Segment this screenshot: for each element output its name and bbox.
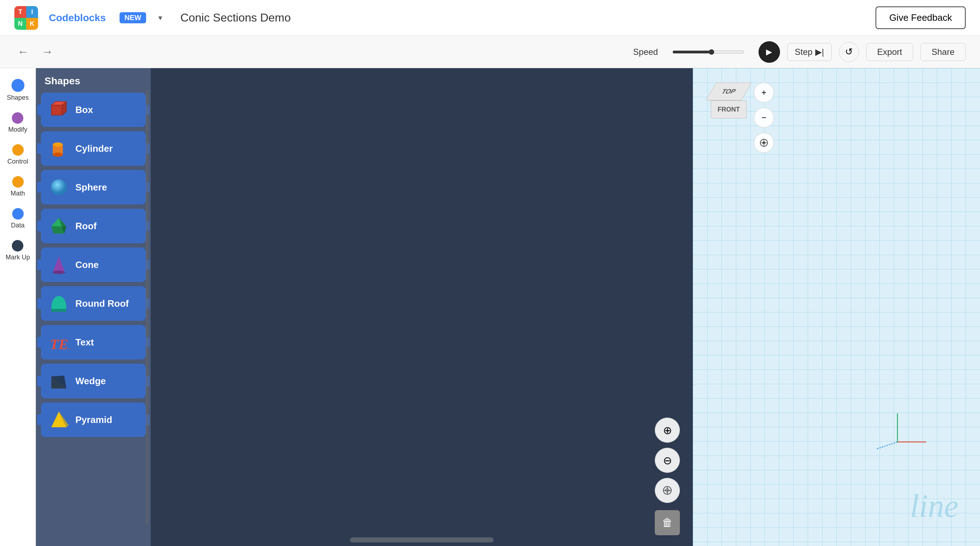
sphere-icon xyxy=(48,176,70,198)
sidebar-item-data[interactable]: Data xyxy=(8,205,27,233)
wedge-icon xyxy=(48,370,70,392)
text-icon: TEXT xyxy=(48,332,70,353)
cylinder-icon xyxy=(48,138,70,159)
box-label: Box xyxy=(75,105,93,116)
roof-icon xyxy=(48,215,70,237)
sphere-label: Sphere xyxy=(75,182,107,193)
view-orient-button[interactable] xyxy=(754,133,774,153)
svg-marker-10 xyxy=(53,257,65,272)
step-label: Step xyxy=(795,47,812,57)
zoom-fit-icon xyxy=(662,486,672,495)
control-label: Control xyxy=(7,158,28,165)
svg-point-4 xyxy=(53,143,63,147)
shapes-dot xyxy=(11,79,24,92)
data-label: Data xyxy=(11,222,24,229)
speed-slider[interactable] xyxy=(672,49,744,55)
svg-rect-12 xyxy=(51,309,67,312)
control-dot xyxy=(12,144,24,156)
text-label: Text xyxy=(75,337,94,348)
new-badge: NEW xyxy=(119,12,146,23)
view-cube[interactable]: TOP FRONT xyxy=(707,83,750,125)
trash-button[interactable]: 🗑 xyxy=(655,510,680,535)
roof-label: Roof xyxy=(75,221,97,232)
cube-front-face[interactable]: FRONT xyxy=(711,100,747,118)
svg-rect-0 xyxy=(51,105,62,115)
sidebar-item-shapes[interactable]: Shapes xyxy=(4,75,32,105)
orient-icon xyxy=(759,138,768,148)
modify-label: Modify xyxy=(8,126,27,133)
step-button[interactable]: Step ▶| xyxy=(787,43,832,61)
shape-block-text[interactable]: TEXT Text xyxy=(41,325,146,359)
sidebar-item-markup[interactable]: Mark Up xyxy=(3,236,33,265)
zoom-out-button[interactable]: ⊖ xyxy=(655,448,680,473)
logo-cell-n: N xyxy=(14,18,26,30)
shape-block-wedge[interactable]: Wedge xyxy=(41,364,146,398)
shapes-panel: Shapes Box Cylinder xyxy=(36,68,151,546)
step-icon: ▶| xyxy=(815,47,824,57)
shape-block-pyramid[interactable]: Pyramid xyxy=(41,403,146,437)
shape-block-round-roof[interactable]: Round Roof xyxy=(41,286,146,321)
shapes-panel-header: Shapes xyxy=(36,68,151,90)
speed-label: Speed xyxy=(633,47,658,57)
zoom-in-button[interactable]: ⊕ xyxy=(655,417,680,443)
categories-sidebar: Shapes Modify Control Math Data Mark Up xyxy=(0,68,36,546)
play-button[interactable]: ▶ xyxy=(759,41,780,63)
modify-dot xyxy=(12,112,23,124)
shape-block-roof[interactable]: Roof xyxy=(41,209,146,243)
box-icon xyxy=(48,99,70,121)
view-zoom-out-button[interactable]: − xyxy=(754,108,774,128)
cube-front-label: FRONT xyxy=(718,106,740,113)
shape-block-cone[interactable]: Cone xyxy=(41,248,146,282)
viewport-grid xyxy=(693,68,980,546)
svg-text:TEXT: TEXT xyxy=(50,336,69,352)
give-feedback-button[interactable]: Give Feedback xyxy=(875,6,966,29)
code-editor[interactable]: ⊕ ⊖ 🗑 xyxy=(151,68,693,546)
svg-point-6 xyxy=(51,179,67,195)
sidebar-item-control[interactable]: Control xyxy=(4,141,31,169)
svg-line-28 xyxy=(876,442,897,449)
main-layout: Shapes Modify Control Math Data Mark Up … xyxy=(0,68,980,546)
project-title[interactable]: Conic Sections Demo xyxy=(180,11,291,24)
sidebar-item-modify[interactable]: Modify xyxy=(5,109,30,137)
brand-dropdown-icon[interactable]: ▾ xyxy=(158,13,162,22)
shape-block-box[interactable]: Box xyxy=(41,92,146,127)
bottom-scrollbar[interactable] xyxy=(350,537,493,543)
cube-top-label: TOP xyxy=(720,88,738,95)
zoom-fit-button[interactable] xyxy=(655,478,680,503)
sidebar-item-math[interactable]: Math xyxy=(8,173,28,201)
undo-button[interactable]: ← xyxy=(14,42,32,61)
cone-label: Cone xyxy=(75,259,99,270)
3d-viewport: TOP FRONT + − l xyxy=(693,68,980,546)
cube-top-face[interactable]: TOP xyxy=(706,83,752,100)
redo-button[interactable]: → xyxy=(39,42,56,61)
shape-block-sphere[interactable]: Sphere xyxy=(41,170,146,205)
logo-cell-t: T xyxy=(14,6,26,18)
cone-icon xyxy=(48,254,70,276)
markup-dot xyxy=(12,240,23,251)
svg-point-5 xyxy=(53,152,63,157)
logo-cell-k: K xyxy=(26,18,38,30)
tinkercad-logo: T I N K xyxy=(14,6,38,30)
wedge-label: Wedge xyxy=(75,376,106,387)
pyramid-label: Pyramid xyxy=(75,414,112,425)
markup-label: Mark Up xyxy=(5,254,30,261)
axis-lines xyxy=(869,413,926,456)
shape-block-cylinder[interactable]: Cylinder xyxy=(41,131,146,166)
brand-name: Codeblocks xyxy=(49,12,106,24)
svg-point-11 xyxy=(53,270,65,274)
logo-cell-i: I xyxy=(26,6,38,18)
top-bar: T I N K Codeblocks NEW ▾ Conic Sections … xyxy=(0,0,980,36)
math-dot xyxy=(12,176,24,187)
view-zoom-in-button[interactable]: + xyxy=(754,83,774,103)
view-controls: + − xyxy=(754,83,774,153)
pyramid-icon xyxy=(48,409,70,430)
round-roof-label: Round Roof xyxy=(75,298,129,309)
reset-button[interactable]: ↺ xyxy=(839,42,859,62)
share-button[interactable]: Share xyxy=(920,43,966,61)
zoom-controls: ⊕ ⊖ xyxy=(655,417,680,503)
toolbar: ← → Speed ▶ Step ▶| ↺ Export Share xyxy=(0,36,980,68)
export-button[interactable]: Export xyxy=(866,43,913,61)
shapes-label: Shapes xyxy=(7,94,29,102)
cylinder-label: Cylinder xyxy=(75,143,113,154)
scroll-track[interactable] xyxy=(146,90,149,524)
